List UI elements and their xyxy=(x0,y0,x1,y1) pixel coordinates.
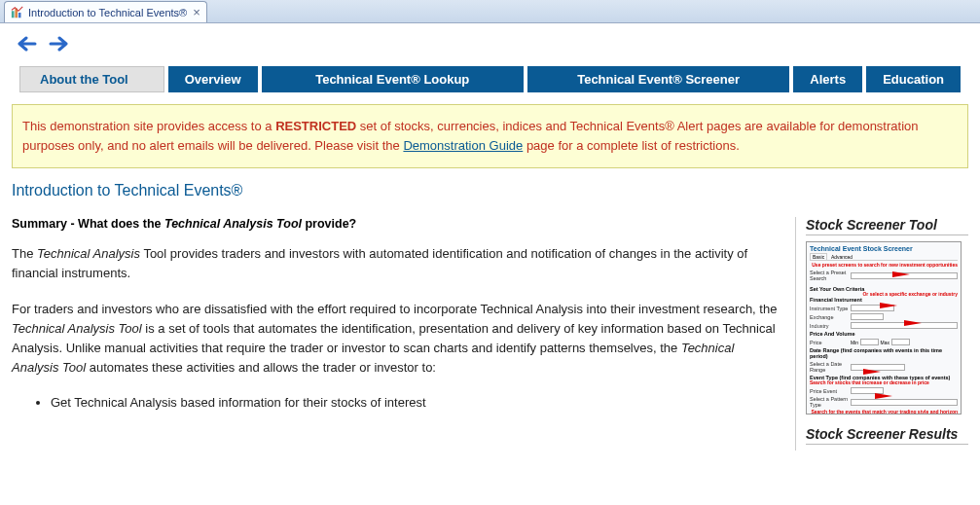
intro-paragraph-2: For traders and investors who are dissat… xyxy=(12,300,778,379)
svg-rect-0 xyxy=(12,11,15,18)
sidebar-heading-screener: Stock Screener Tool xyxy=(806,217,968,235)
tab-overview[interactable]: Overview xyxy=(168,66,258,92)
tab-about[interactable]: About the Tool xyxy=(19,66,164,92)
close-icon[interactable]: × xyxy=(193,5,200,19)
screener-thumbnail[interactable]: Technical Event Stock Screener Basic Adv… xyxy=(806,241,962,415)
nav-arrows xyxy=(0,24,980,60)
forward-button[interactable] xyxy=(49,36,68,54)
document-tab-bar: Introduction to Technical Events® × xyxy=(0,0,980,23)
back-button[interactable] xyxy=(18,36,37,54)
tab-lookup[interactable]: Technical Event® Lookup xyxy=(262,66,524,92)
document-tab[interactable]: Introduction to Technical Events® × xyxy=(4,1,207,22)
page-content: About the Tool Overview Technical Event®… xyxy=(0,23,980,505)
feature-list: Get Technical Analysis based information… xyxy=(12,393,778,413)
restriction-notice: This demonstration site provides access … xyxy=(12,104,968,168)
tab-screener[interactable]: Technical Event® Screener xyxy=(527,66,789,92)
page-title: Introduction to Technical Events® xyxy=(12,182,968,199)
demo-guide-link[interactable]: Demonstration Guide xyxy=(403,138,523,153)
sidebar: Stock Screener Tool Technical Event Stoc… xyxy=(795,217,968,451)
sidebar-heading-results: Stock Screener Results xyxy=(806,426,968,445)
list-item: Get Technical Analysis based information… xyxy=(51,393,778,413)
svg-rect-2 xyxy=(18,13,21,18)
main-nav-tabs: About the Tool Overview Technical Event®… xyxy=(0,60,980,104)
summary-heading: Summary - What does the Technical Analys… xyxy=(12,217,778,231)
intro-paragraph-1: The Technical Analysis Tool provides tra… xyxy=(12,244,778,283)
main-column: Summary - What does the Technical Analys… xyxy=(12,217,778,451)
tab-alerts[interactable]: Alerts xyxy=(793,66,862,92)
document-tab-title: Introduction to Technical Events® xyxy=(28,7,187,18)
app-icon xyxy=(11,6,24,19)
tab-education[interactable]: Education xyxy=(866,66,961,92)
